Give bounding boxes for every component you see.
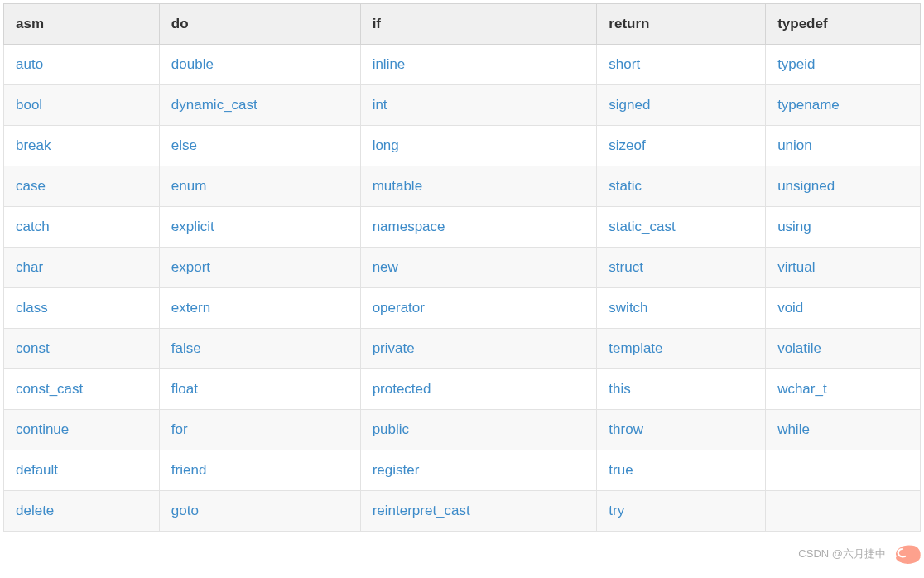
cell[interactable]: friend xyxy=(159,450,360,491)
cell[interactable]: using xyxy=(766,207,921,248)
column-header: return xyxy=(597,4,766,45)
cell[interactable]: static_cast xyxy=(597,207,766,248)
table-row: const_cast float protected this wchar_t xyxy=(4,369,921,410)
cell[interactable]: enum xyxy=(159,166,360,207)
keywords-table: asm do if return typedef auto double inl… xyxy=(3,3,921,532)
column-header: if xyxy=(360,4,597,45)
cell[interactable]: short xyxy=(597,45,766,85)
table-row: class extern operator switch void xyxy=(4,288,921,329)
table-row: char export new struct virtual xyxy=(4,248,921,288)
cell[interactable]: void xyxy=(766,288,921,329)
cell[interactable]: private xyxy=(360,329,597,369)
cell[interactable]: goto xyxy=(159,491,360,532)
cell[interactable]: switch xyxy=(597,288,766,329)
cell[interactable]: int xyxy=(360,85,597,126)
cell[interactable]: protected xyxy=(360,369,597,410)
cell[interactable]: class xyxy=(4,288,160,329)
cell[interactable] xyxy=(766,450,921,491)
cell[interactable]: bool xyxy=(4,85,160,126)
cell[interactable]: else xyxy=(159,126,360,166)
column-header: typedef xyxy=(766,4,921,45)
table-header-row: asm do if return typedef xyxy=(4,4,921,45)
table-row: default friend register true xyxy=(4,450,921,491)
cell[interactable]: new xyxy=(360,248,597,288)
cell[interactable]: reinterpret_cast xyxy=(360,491,597,532)
cell[interactable]: false xyxy=(159,329,360,369)
cell[interactable]: namespace xyxy=(360,207,597,248)
cell[interactable]: char xyxy=(4,248,160,288)
cell[interactable]: while xyxy=(766,410,921,450)
table-row: continue for public throw while xyxy=(4,410,921,450)
cell[interactable]: float xyxy=(159,369,360,410)
cell[interactable]: typeid xyxy=(766,45,921,85)
cell[interactable]: static xyxy=(597,166,766,207)
column-header: asm xyxy=(4,4,160,45)
cell[interactable]: throw xyxy=(597,410,766,450)
cell[interactable]: register xyxy=(360,450,597,491)
cell[interactable]: inline xyxy=(360,45,597,85)
cell[interactable]: double xyxy=(159,45,360,85)
cell[interactable]: export xyxy=(159,248,360,288)
cell[interactable]: union xyxy=(766,126,921,166)
table-row: auto double inline short typeid xyxy=(4,45,921,85)
cell[interactable]: for xyxy=(159,410,360,450)
table-row: case enum mutable static unsigned xyxy=(4,166,921,207)
cell[interactable]: virtual xyxy=(766,248,921,288)
cell[interactable]: catch xyxy=(4,207,160,248)
cell[interactable]: wchar_t xyxy=(766,369,921,410)
cell[interactable]: volatile xyxy=(766,329,921,369)
cell[interactable]: signed xyxy=(597,85,766,126)
cell[interactable]: case xyxy=(4,166,160,207)
cell[interactable]: explicit xyxy=(159,207,360,248)
cell[interactable]: default xyxy=(4,450,160,491)
table-row: bool dynamic_cast int signed typename xyxy=(4,85,921,126)
cell[interactable]: auto xyxy=(4,45,160,85)
cell[interactable]: operator xyxy=(360,288,597,329)
cell[interactable]: break xyxy=(4,126,160,166)
cell[interactable]: struct xyxy=(597,248,766,288)
cell[interactable]: unsigned xyxy=(766,166,921,207)
table-row: break else long sizeof union xyxy=(4,126,921,166)
cell[interactable]: long xyxy=(360,126,597,166)
cell[interactable]: template xyxy=(597,329,766,369)
cell[interactable]: sizeof xyxy=(597,126,766,166)
table-row: catch explicit namespace static_cast usi… xyxy=(4,207,921,248)
cell[interactable]: public xyxy=(360,410,597,450)
cell[interactable]: true xyxy=(597,450,766,491)
cell[interactable]: typename xyxy=(766,85,921,126)
cell[interactable]: this xyxy=(597,369,766,410)
cell[interactable]: extern xyxy=(159,288,360,329)
cell[interactable]: const_cast xyxy=(4,369,160,410)
cell[interactable]: delete xyxy=(4,491,160,532)
cell[interactable]: mutable xyxy=(360,166,597,207)
cell[interactable] xyxy=(766,491,921,532)
cell[interactable]: dynamic_cast xyxy=(159,85,360,126)
column-header: do xyxy=(159,4,360,45)
cell[interactable]: continue xyxy=(4,410,160,450)
cell[interactable]: const xyxy=(4,329,160,369)
table-row: const false private template volatile xyxy=(4,329,921,369)
table-row: delete goto reinterpret_cast try xyxy=(4,491,921,532)
cell[interactable]: try xyxy=(597,491,766,532)
